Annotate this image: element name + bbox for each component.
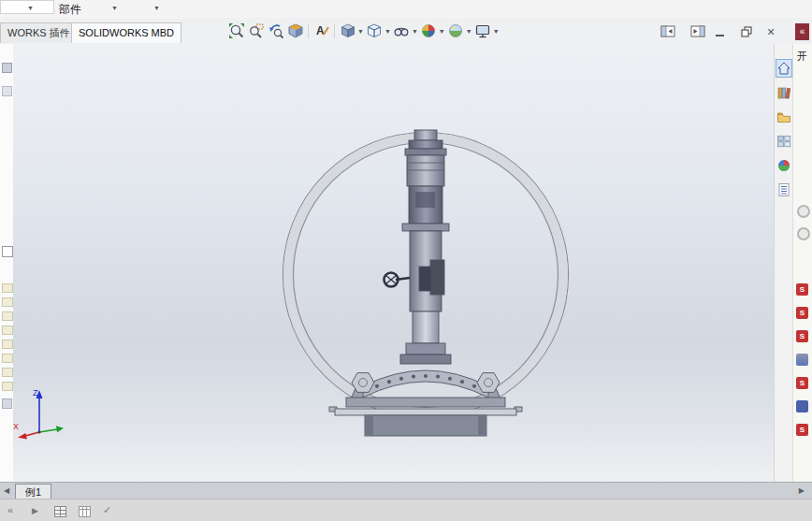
dropdown-arrow-icon[interactable]: ▼: [439, 28, 445, 35]
tab-solidworks-mbd[interactable]: SOLIDWORKS MBD: [71, 22, 181, 43]
play-icon[interactable]: ▶: [32, 506, 38, 515]
tree-item-icon[interactable]: [2, 86, 12, 96]
close-button[interactable]: ×: [761, 23, 780, 39]
main-area: Z X: [0, 44, 812, 482]
edit-appearance-icon[interactable]: [419, 22, 439, 40]
triad-x-label: X: [13, 422, 19, 431]
tree-item-icon[interactable]: [2, 63, 12, 73]
dropdown-arrow-icon[interactable]: ▼: [384, 28, 391, 35]
toolbar-separator: [308, 24, 309, 38]
task-pane-tab-design-library[interactable]: [776, 83, 792, 102]
tree-item-icon[interactable]: [2, 382, 13, 391]
dropdown-arrow-icon[interactable]: ▼: [466, 28, 472, 35]
hide-show-items-icon[interactable]: [392, 22, 412, 40]
solidworks-resource-icon[interactable]: S: [796, 283, 808, 296]
task-pane-tab-view-palette[interactable]: [776, 132, 792, 151]
design-library-icon: [776, 85, 791, 100]
status-bar: « ▶ ✓: [0, 499, 812, 521]
view-palette-icon: [776, 134, 791, 149]
graphics-viewport[interactable]: Z X: [13, 44, 775, 482]
task-pane-title-fragment: 开: [797, 50, 807, 64]
panel-bullet-icon: [797, 205, 810, 218]
tree-item-icon[interactable]: [2, 283, 13, 293]
toolbar-separator: [334, 24, 335, 38]
crank-handle: [384, 273, 411, 287]
mount-base: [329, 370, 522, 436]
tree-item-icon[interactable]: [2, 398, 12, 409]
dropdown-arrow-icon[interactable]: ▼: [412, 28, 418, 35]
view-settings-icon[interactable]: [473, 22, 493, 40]
menu-item-component[interactable]: 部件: [59, 2, 81, 18]
triad-z-label: Z: [33, 388, 38, 398]
feature-tree-edge[interactable]: [0, 44, 14, 482]
task-pane-tab-appearances[interactable]: [776, 156, 792, 175]
zoom-to-fit-icon[interactable]: [226, 22, 246, 40]
solidworks-window: ▼ 部件 ▼ ▼ WORKS 插件 SOLIDWORKS MBD A: [0, 0, 812, 521]
vertical-column: [400, 130, 451, 364]
zoom-to-area-icon[interactable]: [246, 22, 266, 40]
menu-dropdown-icon[interactable]: ▼: [153, 5, 160, 11]
section-view-icon[interactable]: [285, 22, 305, 40]
orientation-triad: Z X: [13, 371, 88, 446]
command-tab-row: WORKS 插件 SOLIDWORKS MBD A ▼: [0, 18, 812, 45]
svg-text:A: A: [316, 24, 325, 37]
restore-button[interactable]: [737, 23, 756, 39]
model-tab[interactable]: 例1: [15, 484, 51, 499]
home-icon: [776, 61, 791, 76]
assembly-model-3d[interactable]: [13, 44, 775, 482]
menu-dropdown-icon[interactable]: ▼: [111, 5, 118, 11]
model-tab-bar: ◀ 例1 ▶: [0, 482, 812, 499]
tree-item-icon[interactable]: [2, 354, 13, 363]
heads-up-toolbar: A ▼ ▼ ▼ ▼ ▼: [226, 21, 500, 41]
tree-item-icon[interactable]: [2, 246, 13, 257]
task-pane-tab-custom-properties[interactable]: [776, 181, 792, 199]
resource-box-icon[interactable]: [796, 354, 808, 366]
menubar: ▼ 部件 ▼ ▼: [0, 0, 812, 18]
dock-pane-left-icon[interactable]: [659, 23, 677, 39]
task-pane-collapse-chevron[interactable]: «: [795, 23, 809, 40]
tree-item-icon[interactable]: [2, 340, 13, 349]
dropdown-arrow-icon[interactable]: ▼: [357, 28, 364, 35]
custom-properties-icon: [776, 182, 791, 197]
task-pane-edge: 开 S S S S S: [792, 44, 812, 482]
panel-bullet-icon: [797, 227, 810, 240]
apply-scene-icon[interactable]: [446, 22, 466, 40]
grid-view-icon[interactable]: [54, 506, 66, 519]
annotation-view-icon[interactable]: A: [312, 22, 331, 40]
folder-icon: [776, 109, 791, 124]
solidworks-resource-icon[interactable]: S: [796, 424, 808, 436]
menu-dropdown-icon[interactable]: ▼: [27, 5, 34, 11]
tab-solidworks-addins[interactable]: WORKS 插件: [0, 22, 78, 43]
tab-scroll-right-icon[interactable]: ▶: [799, 486, 805, 495]
display-style-icon[interactable]: [365, 22, 384, 40]
task-pane-tab-file-explorer[interactable]: [776, 108, 792, 126]
previous-view-icon[interactable]: [266, 22, 285, 40]
check-icon[interactable]: ✓: [103, 504, 111, 516]
solidworks-resource-icon[interactable]: S: [796, 307, 808, 319]
table-view-icon[interactable]: [79, 506, 91, 519]
tree-item-icon[interactable]: [2, 311, 13, 321]
view-orientation-icon[interactable]: [338, 22, 357, 40]
dock-pane-right-icon[interactable]: [689, 23, 707, 39]
task-pane-rail: [774, 44, 793, 482]
tree-item-icon[interactable]: [2, 326, 13, 335]
solidworks-resource-icon[interactable]: S: [796, 330, 808, 342]
solidworks-resource-icon[interactable]: S: [796, 377, 808, 389]
resource-box-icon[interactable]: [796, 400, 808, 412]
task-pane-tab-home[interactable]: [776, 59, 792, 78]
rewind-icon[interactable]: «: [7, 504, 13, 515]
minimize-button[interactable]: [711, 23, 730, 39]
tree-item-icon[interactable]: [2, 297, 13, 307]
appearances-sphere-icon: [776, 158, 791, 173]
tree-item-icon[interactable]: [2, 368, 13, 377]
dropdown-arrow-icon[interactable]: ▼: [493, 28, 500, 35]
tab-scroll-left-icon[interactable]: ◀: [4, 486, 9, 495]
